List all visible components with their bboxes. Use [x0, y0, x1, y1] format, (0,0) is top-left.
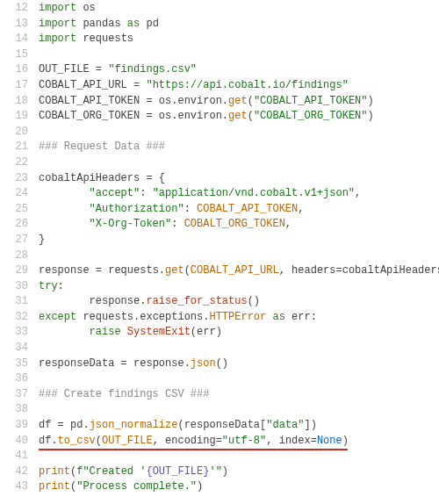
token-mod: pandas	[83, 18, 120, 30]
code-content: COBALT_ORG_TOKEN = os.environ.get("COBAL…	[39, 110, 439, 122]
token-call: print	[39, 480, 70, 493]
token-mod: err	[197, 326, 216, 338]
line-number: 19	[0, 110, 39, 122]
token-orange: COBALT_ORG_TOKEN	[184, 218, 285, 230]
token-op: .	[222, 110, 228, 122]
token-op: :	[171, 218, 184, 230]
token-op: ,	[266, 435, 278, 447]
token-str: "accept"	[90, 187, 140, 199]
code-line: 21### Request Data ###	[0, 140, 439, 156]
token-mod: os	[83, 2, 95, 14]
code-content: response.raise_for_status()	[39, 295, 439, 307]
code-line: 15	[0, 48, 439, 64]
code-line: 34	[0, 342, 439, 357]
token-str: "data"	[266, 419, 304, 431]
token-mod: err	[291, 311, 311, 323]
token-orange: COBALT_API_URL	[191, 264, 279, 277]
token-str: "https://api.cobalt.io/findings"	[146, 79, 348, 91]
token-op: =	[336, 264, 342, 277]
line-number: 15	[0, 48, 39, 61]
code-content: responseData = response.json()	[39, 357, 439, 370]
token-mod: os	[159, 110, 171, 122]
token-op: ()	[248, 295, 260, 307]
token-op: (	[96, 435, 102, 447]
code-line: 38	[0, 403, 439, 419]
code-line: 43print("Process complete.")	[0, 480, 439, 496]
code-line: 40df.to_csv(OUT_FILE, encoding="utf-8", …	[0, 435, 439, 450]
line-number: 38	[0, 403, 39, 415]
token-op: :	[140, 187, 152, 199]
code-line: 31 response.raise_for_status()	[0, 295, 439, 311]
token-kw: import	[39, 18, 76, 30]
token-op: )	[342, 435, 349, 447]
token-indent	[39, 187, 90, 199]
token-call: print	[39, 465, 70, 478]
token-kw: import	[39, 32, 76, 45]
token-op: :	[58, 280, 64, 292]
code-line: 35responseData = response.json()	[0, 357, 439, 373]
line-number: 21	[0, 140, 39, 153]
code-content: import requests	[39, 32, 439, 45]
code-line: 24 "accept": "application/vnd.cobalt.v1+…	[0, 187, 439, 203]
line-number: 17	[0, 79, 39, 91]
code-line: 22	[0, 156, 439, 172]
token-str: '"	[209, 465, 221, 478]
code-line: 27}	[0, 234, 439, 249]
token-fstr: {OUT_FILE}	[146, 465, 209, 478]
code-line: 25 "Authorization": COBALT_API_TOKEN,	[0, 203, 439, 219]
code-line: 41	[0, 450, 439, 465]
token-op: ,	[153, 435, 165, 447]
code-content: raise SystemExit(err)	[39, 326, 439, 338]
token-call: get	[165, 264, 184, 277]
code-content: "Authorization": COBALT_API_TOKEN,	[39, 203, 439, 215]
token-op: )	[197, 480, 203, 493]
token-kw: except	[39, 311, 76, 323]
token-str: "utf-8"	[222, 435, 266, 447]
token-op: )	[222, 465, 228, 478]
token-call: json	[191, 357, 216, 370]
code-content: import os	[39, 2, 439, 14]
code-line: 39df = pd.json_normalize(responseData["d…	[0, 419, 439, 435]
line-number: 25	[0, 203, 39, 215]
code-content: try:	[39, 280, 439, 292]
code-content: cobaltApiHeaders = {	[39, 172, 439, 184]
code-line: 23cobaltApiHeaders = {	[0, 172, 439, 188]
token-op: )	[216, 326, 222, 338]
line-number: 32	[0, 311, 39, 323]
line-number: 20	[0, 126, 39, 138]
code-content: import pandas as pd	[39, 18, 439, 30]
token-op: =	[311, 435, 317, 447]
token-op: :	[184, 203, 197, 215]
code-line: 14import requests	[0, 32, 439, 48]
token-const: COBALT_API_URL	[39, 79, 127, 91]
token-op: .	[159, 264, 165, 277]
token-mod: cobaltApiHeaders	[342, 264, 439, 277]
token-op: ,	[298, 203, 304, 215]
line-number: 37	[0, 388, 39, 400]
token-none: None	[317, 435, 342, 447]
token-str: "application/vnd.cobalt.v1+json"	[153, 187, 355, 199]
token-mod: responseData	[39, 357, 114, 370]
token-indent	[39, 295, 90, 307]
token-call: HTTPError	[209, 311, 266, 323]
token-mod: pd	[146, 18, 158, 30]
code-line: 37### Create findings CSV ###	[0, 388, 439, 404]
code-content: df = pd.json_normalize(responseData["dat…	[39, 419, 439, 431]
token-op: =	[90, 264, 109, 277]
token-kw: raise	[90, 326, 121, 338]
token-op: )	[368, 110, 374, 122]
token-op: (	[177, 419, 184, 431]
token-op: =	[216, 435, 222, 447]
token-op: ])	[305, 419, 317, 431]
code-line: 16OUT_FILE = "findings.csv"	[0, 63, 439, 79]
token-op: )	[368, 95, 374, 107]
token-comment: ### Create findings CSV ###	[39, 388, 209, 400]
token-op: (	[184, 264, 191, 277]
token-op: =	[51, 419, 70, 431]
code-content: "accept": "application/vnd.cobalt.v1+jso…	[39, 187, 439, 199]
token-op: (	[248, 110, 254, 122]
token-op: (	[248, 95, 254, 107]
token-red: raise_for_status	[146, 295, 247, 307]
line-number: 22	[0, 156, 39, 169]
token-str: "COBALT_API_TOKEN"	[254, 95, 368, 107]
